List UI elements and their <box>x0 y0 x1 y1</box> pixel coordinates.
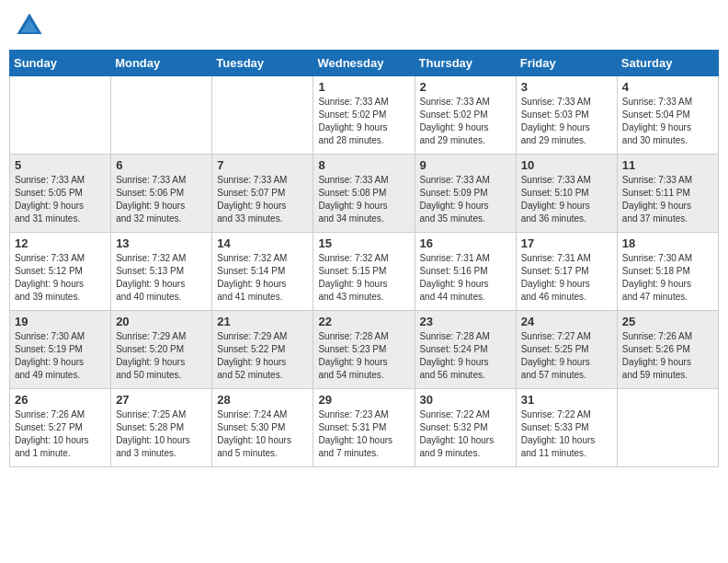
calendar-cell: 29Sunrise: 7:23 AM Sunset: 5:31 PM Dayli… <box>313 389 415 467</box>
day-info: Sunrise: 7:23 AM Sunset: 5:31 PM Dayligh… <box>318 408 409 460</box>
day-info: Sunrise: 7:33 AM Sunset: 5:10 PM Dayligh… <box>521 174 612 225</box>
day-number: 11 <box>622 158 713 172</box>
day-info: Sunrise: 7:33 AM Sunset: 5:04 PM Dayligh… <box>622 96 713 147</box>
calendar-cell: 25Sunrise: 7:26 AM Sunset: 5:26 PM Dayli… <box>617 311 718 389</box>
calendar-cell: 16Sunrise: 7:31 AM Sunset: 5:16 PM Dayli… <box>415 233 516 311</box>
calendar-cell: 1Sunrise: 7:33 AM Sunset: 5:02 PM Daylig… <box>313 76 415 155</box>
day-info: Sunrise: 7:22 AM Sunset: 5:33 PM Dayligh… <box>521 408 612 460</box>
week-row: 5Sunrise: 7:33 AM Sunset: 5:05 PM Daylig… <box>10 155 719 233</box>
day-info: Sunrise: 7:33 AM Sunset: 5:06 PM Dayligh… <box>116 174 207 225</box>
day-info: Sunrise: 7:32 AM Sunset: 5:14 PM Dayligh… <box>217 252 308 304</box>
day-info: Sunrise: 7:33 AM Sunset: 5:02 PM Dayligh… <box>420 96 511 147</box>
day-number: 19 <box>15 315 106 328</box>
day-header: Thursday <box>415 51 516 76</box>
calendar-cell: 11Sunrise: 7:33 AM Sunset: 5:11 PM Dayli… <box>617 155 718 233</box>
day-info: Sunrise: 7:30 AM Sunset: 5:19 PM Dayligh… <box>15 330 106 382</box>
calendar-cell: 8Sunrise: 7:33 AM Sunset: 5:08 PM Daylig… <box>313 155 415 233</box>
day-info: Sunrise: 7:29 AM Sunset: 5:20 PM Dayligh… <box>116 330 207 382</box>
day-info: Sunrise: 7:31 AM Sunset: 5:16 PM Dayligh… <box>420 252 511 304</box>
day-number: 2 <box>420 80 511 94</box>
day-number: 22 <box>318 315 409 328</box>
calendar-cell: 28Sunrise: 7:24 AM Sunset: 5:30 PM Dayli… <box>212 389 313 467</box>
calendar-cell: 21Sunrise: 7:29 AM Sunset: 5:22 PM Dayli… <box>212 311 313 389</box>
calendar-cell: 23Sunrise: 7:28 AM Sunset: 5:24 PM Dayli… <box>415 311 516 389</box>
calendar-cell: 7Sunrise: 7:33 AM Sunset: 5:07 PM Daylig… <box>212 155 313 233</box>
day-number: 3 <box>521 80 612 94</box>
day-number: 30 <box>420 393 511 407</box>
calendar-cell: 27Sunrise: 7:25 AM Sunset: 5:28 PM Dayli… <box>111 389 212 467</box>
day-number: 13 <box>116 236 207 250</box>
day-number: 4 <box>622 80 713 94</box>
calendar-cell <box>111 76 212 155</box>
week-row: 26Sunrise: 7:26 AM Sunset: 5:27 PM Dayli… <box>10 389 719 467</box>
week-row: 1Sunrise: 7:33 AM Sunset: 5:02 PM Daylig… <box>10 76 719 155</box>
calendar-cell: 17Sunrise: 7:31 AM Sunset: 5:17 PM Dayli… <box>516 233 617 311</box>
day-info: Sunrise: 7:31 AM Sunset: 5:17 PM Dayligh… <box>521 252 612 304</box>
day-number: 29 <box>318 393 409 407</box>
calendar-cell: 31Sunrise: 7:22 AM Sunset: 5:33 PM Dayli… <box>516 389 617 467</box>
day-info: Sunrise: 7:32 AM Sunset: 5:15 PM Dayligh… <box>318 252 409 304</box>
day-number: 7 <box>217 158 308 172</box>
calendar-cell: 15Sunrise: 7:32 AM Sunset: 5:15 PM Dayli… <box>313 233 415 311</box>
day-number: 9 <box>420 158 511 172</box>
calendar-cell: 5Sunrise: 7:33 AM Sunset: 5:05 PM Daylig… <box>10 155 111 233</box>
day-number: 20 <box>116 315 207 328</box>
week-row: 19Sunrise: 7:30 AM Sunset: 5:19 PM Dayli… <box>10 311 719 389</box>
day-header: Sunday <box>10 51 111 76</box>
day-number: 31 <box>521 393 612 407</box>
page-header <box>9 9 719 42</box>
header-row: SundayMondayTuesdayWednesdayThursdayFrid… <box>10 51 719 76</box>
day-number: 12 <box>15 236 106 250</box>
day-info: Sunrise: 7:24 AM Sunset: 5:30 PM Dayligh… <box>217 408 308 460</box>
day-info: Sunrise: 7:26 AM Sunset: 5:26 PM Dayligh… <box>622 330 713 382</box>
day-info: Sunrise: 7:33 AM Sunset: 5:02 PM Dayligh… <box>318 96 409 147</box>
day-info: Sunrise: 7:33 AM Sunset: 5:11 PM Dayligh… <box>622 174 713 225</box>
calendar-cell: 4Sunrise: 7:33 AM Sunset: 5:04 PM Daylig… <box>617 76 718 155</box>
day-number: 1 <box>318 80 409 94</box>
day-number: 15 <box>318 236 409 250</box>
calendar-cell: 19Sunrise: 7:30 AM Sunset: 5:19 PM Dayli… <box>10 311 111 389</box>
calendar-cell <box>617 389 718 467</box>
day-info: Sunrise: 7:28 AM Sunset: 5:24 PM Dayligh… <box>420 330 511 382</box>
calendar-cell: 6Sunrise: 7:33 AM Sunset: 5:06 PM Daylig… <box>111 155 212 233</box>
day-header: Tuesday <box>212 51 313 76</box>
day-info: Sunrise: 7:22 AM Sunset: 5:32 PM Dayligh… <box>420 408 511 460</box>
day-number: 26 <box>15 393 106 407</box>
calendar-cell: 22Sunrise: 7:28 AM Sunset: 5:23 PM Dayli… <box>313 311 415 389</box>
calendar-cell: 12Sunrise: 7:33 AM Sunset: 5:12 PM Dayli… <box>10 233 111 311</box>
day-number: 6 <box>116 158 207 172</box>
calendar-cell: 10Sunrise: 7:33 AM Sunset: 5:10 PM Dayli… <box>516 155 617 233</box>
day-number: 28 <box>217 393 308 407</box>
day-info: Sunrise: 7:26 AM Sunset: 5:27 PM Dayligh… <box>15 408 106 460</box>
day-info: Sunrise: 7:33 AM Sunset: 5:08 PM Dayligh… <box>318 174 409 225</box>
calendar-cell: 9Sunrise: 7:33 AM Sunset: 5:09 PM Daylig… <box>415 155 516 233</box>
day-info: Sunrise: 7:25 AM Sunset: 5:28 PM Dayligh… <box>116 408 207 460</box>
day-number: 8 <box>318 158 409 172</box>
day-number: 21 <box>217 315 308 328</box>
day-info: Sunrise: 7:33 AM Sunset: 5:09 PM Dayligh… <box>420 174 511 225</box>
day-header: Friday <box>516 51 617 76</box>
day-info: Sunrise: 7:33 AM Sunset: 5:12 PM Dayligh… <box>15 252 106 304</box>
day-number: 10 <box>521 158 612 172</box>
calendar-cell <box>10 76 111 155</box>
day-number: 27 <box>116 393 207 407</box>
day-info: Sunrise: 7:32 AM Sunset: 5:13 PM Dayligh… <box>116 252 207 304</box>
day-header: Saturday <box>617 51 718 76</box>
day-number: 25 <box>622 315 713 328</box>
week-row: 12Sunrise: 7:33 AM Sunset: 5:12 PM Dayli… <box>10 233 719 311</box>
calendar-cell: 14Sunrise: 7:32 AM Sunset: 5:14 PM Dayli… <box>212 233 313 311</box>
day-info: Sunrise: 7:30 AM Sunset: 5:18 PM Dayligh… <box>622 252 713 304</box>
logo <box>13 9 50 42</box>
day-info: Sunrise: 7:33 AM Sunset: 5:07 PM Dayligh… <box>217 174 308 225</box>
day-info: Sunrise: 7:33 AM Sunset: 5:03 PM Dayligh… <box>521 96 612 147</box>
day-number: 14 <box>217 236 308 250</box>
day-number: 18 <box>622 236 713 250</box>
calendar-table: SundayMondayTuesdayWednesdayThursdayFrid… <box>9 50 719 467</box>
day-header: Monday <box>111 51 212 76</box>
calendar-cell: 20Sunrise: 7:29 AM Sunset: 5:20 PM Dayli… <box>111 311 212 389</box>
day-number: 16 <box>420 236 511 250</box>
day-number: 5 <box>15 158 106 172</box>
day-info: Sunrise: 7:28 AM Sunset: 5:23 PM Dayligh… <box>318 330 409 382</box>
day-info: Sunrise: 7:27 AM Sunset: 5:25 PM Dayligh… <box>521 330 612 382</box>
calendar-cell: 26Sunrise: 7:26 AM Sunset: 5:27 PM Dayli… <box>10 389 111 467</box>
